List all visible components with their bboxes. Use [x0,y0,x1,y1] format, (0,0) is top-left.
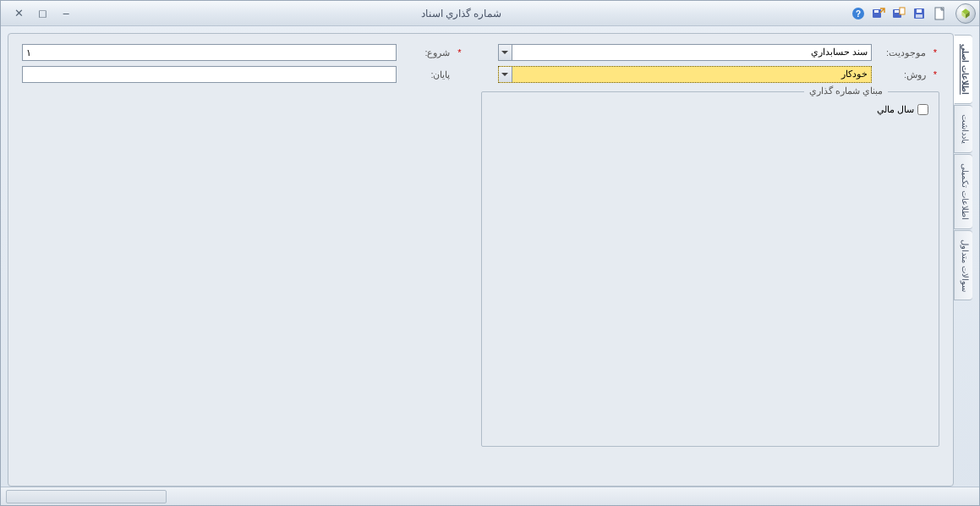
end-input[interactable] [22,66,397,83]
chevron-down-icon [501,49,508,56]
statusbar [1,487,979,505]
app-logo [955,3,976,24]
method-value: خودکار [512,67,872,82]
save-button[interactable] [910,4,928,23]
tab-faq[interactable]: سوالات متداول [954,230,972,301]
svg-marker-16 [501,73,508,76]
method-combo[interactable]: خودکار [498,66,873,83]
content-area: اطلاعات اصلی یادداشت اطلاعات تکمیلی سوال… [1,26,979,487]
tab-notes[interactable]: یادداشت [954,105,972,153]
fiscal-year-label: سال مالي [877,104,914,115]
form-col-left: * شروع: * پايان: [22,44,464,83]
help-button[interactable]: ? [849,4,868,23]
svg-rect-6 [917,9,922,13]
svg-rect-12 [874,10,879,13]
svg-rect-10 [900,8,905,14]
minimize-button[interactable]: ‒ [58,6,74,21]
chevron-down-icon [501,71,508,78]
start-input[interactable] [22,44,397,61]
entity-dropdown-button[interactable] [499,45,512,60]
row-start: * شروع: [22,44,464,61]
window-controls: ‒ ◻ ✕ [4,6,74,21]
svg-rect-7 [916,14,923,18]
toolbar: ? [849,3,976,24]
method-dropdown-button[interactable] [499,67,512,82]
window-title: شماره گذاري اسناد [74,8,849,19]
status-cell [6,490,167,503]
fiscal-year-row: سال مالي [492,101,929,118]
svg-rect-9 [895,10,899,13]
fiscal-year-checkbox[interactable] [917,104,928,115]
required-marker: * [456,47,464,58]
close-button[interactable]: ✕ [11,6,26,21]
side-tabs: اطلاعات اصلی یادداشت اطلاعات تکمیلی سوال… [954,33,972,487]
required-marker: * [931,69,939,80]
window-root: ? شماره گذاري اسناد ‒ ◻ ✕ اطلاعات اصلی ی… [0,0,980,506]
form-col-right: * موجوديت: سند حسابداري * روش: [498,44,940,83]
svg-marker-15 [501,51,508,54]
row-entity: * موجوديت: سند حسابداري [498,44,940,61]
entity-combo[interactable]: سند حسابداري [498,44,873,61]
svg-text:?: ? [856,9,861,19]
titlebar: ? شماره گذاري اسناد ‒ ◻ ✕ [1,1,979,26]
tab-main-info[interactable]: اطلاعات اصلی [954,35,972,104]
row-method: * روش: خودکار [498,66,940,83]
numbering-basis-fieldset: مبناي شماره گذاري سال مالي [481,91,940,447]
main-panel: * موجوديت: سند حسابداري * روش: [8,33,954,487]
entity-label: موجوديت: [877,47,926,58]
fieldset-legend: مبناي شماره گذاري [804,85,888,96]
method-label: روش: [877,69,926,80]
maximize-button[interactable]: ◻ [35,6,50,21]
row-end: * پايان: [22,66,464,83]
form-grid: * موجوديت: سند حسابداري * روش: [22,44,939,83]
fieldset-area: مبناي شماره گذاري سال مالي [481,91,940,447]
save-close-button[interactable] [869,4,888,23]
entity-value: سند حسابداري [512,45,872,60]
required-marker: * [931,47,939,58]
end-label: پايان: [402,69,451,80]
start-label: شروع: [402,47,451,58]
new-button[interactable] [930,4,949,23]
tab-additional-info[interactable]: اطلاعات تکمیلی [954,154,972,229]
save-new-button[interactable] [890,4,908,23]
